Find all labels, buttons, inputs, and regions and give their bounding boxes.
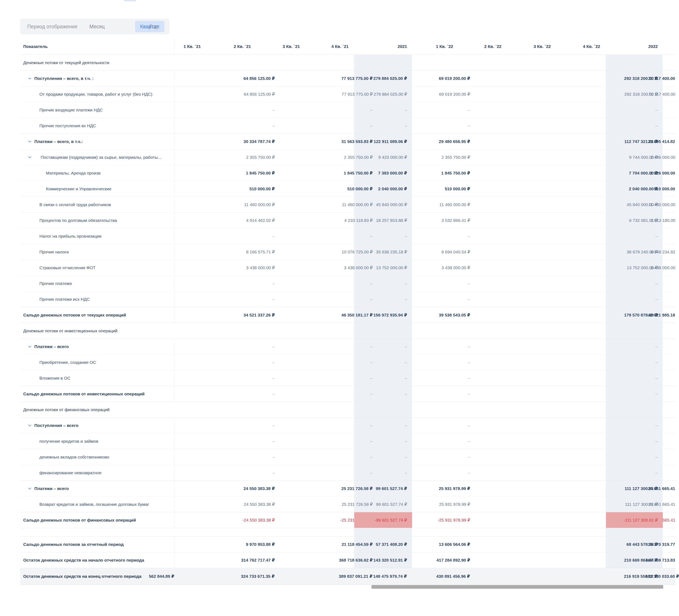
value-cell: 324 733 671.35 ₽: [222, 568, 274, 585]
value-cell: –: [222, 370, 275, 386]
row-values: 575 435.67 ₽9 970 953.88 ₽21 118 454.59 …: [174, 537, 676, 552]
value-cell: 216 919 558.12 ₽: [606, 568, 662, 585]
value-cell: –: [222, 418, 275, 433]
row-label: Денежные потоки от финансовых операций: [23, 402, 109, 418]
value-cell: 24 550 383.38 ₽: [222, 496, 275, 512]
row-label: Материалы, Аренда произв: [46, 165, 100, 181]
value-cell: 11 460 000.00 ₽: [222, 197, 275, 213]
value-cell: -25 931 978.99 ₽: [418, 512, 470, 528]
chevron-down-icon[interactable]: [28, 486, 32, 491]
row-values: ––––––––––: [174, 386, 676, 402]
column-header: 3 Кв. `21: [247, 38, 300, 55]
table-row: Прочие поступления вх НДС––––––––––: [20, 118, 675, 134]
row-label-area: Поступления – всего, в т.ч. :: [20, 71, 174, 86]
row-label: Сальдо денежных потоков от текущих опера…: [23, 307, 126, 323]
value-cell: 9 423 000.00 ₽: [354, 150, 412, 165]
value-cell: 430 891 456.96 ₽: [417, 568, 470, 585]
row-label: Налог на прибыль организации: [39, 228, 101, 244]
table-row: Платежи – всего––––––––––: [20, 338, 675, 355]
value-cell: –: [222, 465, 275, 481]
row-label: получение кредитов и займов: [39, 433, 98, 449]
row-values: 460 000.00 ₽11 460 000.00 ₽11 460 000.00…: [174, 197, 676, 213]
chevron-down-icon[interactable]: [28, 139, 32, 144]
chevron-down-icon[interactable]: [28, 423, 32, 428]
tab-month[interactable]: Месяц: [87, 19, 107, 34]
row-values: ––––––––––: [174, 449, 676, 465]
row-label-area: Прочие поступления вх НДС: [20, 118, 174, 134]
value-cell: 2 355 750.00 ₽: [222, 150, 275, 165]
value-cell: –: [222, 275, 275, 291]
row-label: Денежные потоки от текущей деятельности: [23, 55, 109, 71]
value-cell: –: [222, 355, 275, 370]
table-header-row: Показатель1 Кв. `212 Кв. `213 Кв. `214 К…: [20, 38, 675, 55]
table-row: Остаток денежных средств на начало отчет…: [20, 552, 675, 568]
value-cell: –: [606, 355, 663, 370]
row-label-area: Приобретение, создание ОС: [20, 355, 174, 370]
table-row: Сальдо денежных потоков от текущих опера…: [20, 307, 675, 323]
row-label-area: Прочие платежи исх НДС: [20, 291, 174, 307]
value-cell: –: [606, 418, 663, 433]
row-label: Платежи – всего: [34, 339, 69, 355]
value-cell: 111 127 300.61 ₽: [606, 496, 663, 512]
table-row: Прочие платежи––––––––––: [20, 275, 675, 291]
table-row: Прочие налоги700 893.93 ₽8 166 575.71 ₽1…: [20, 244, 675, 260]
chevron-down-icon[interactable]: [28, 345, 32, 349]
table-row: Платежи – всего87 438.79 ₽24 550 383.38 …: [20, 481, 675, 496]
value-cell: 3 438 000.00 ₽: [222, 260, 275, 275]
table-row: От продажи продукции, товаров, работ и у…: [20, 86, 675, 102]
value-cell: 39 538 543.05 ₽: [418, 307, 470, 323]
row-label: От продажи продукции, товаров, работ и у…: [39, 86, 152, 102]
row-label-area: финансирование невозвратное: [20, 465, 174, 481]
row-label-area: Прочие налоги: [20, 244, 174, 260]
row-label: Поступления – всего, в т.ч. :: [34, 71, 94, 86]
row-values: ––––––––––: [174, 228, 676, 244]
row-label-area: Сальдо денежных потоков от текущих опера…: [20, 307, 174, 323]
value-cell: 156 972 935.94 ₽: [354, 307, 412, 323]
value-cell: 143 320 512.91 ₽: [354, 552, 412, 568]
column-header: 2021: [354, 38, 407, 55]
column-header: 3 Кв. `22: [498, 38, 551, 55]
value-cell: –: [418, 291, 470, 307]
table-row: Налог на прибыль организации––––––––––: [20, 228, 675, 244]
value-cell: –: [354, 118, 412, 134]
value-cell: 7 383 000.00 ₽: [354, 165, 412, 181]
value-cell: –: [354, 386, 412, 402]
value-cell: –: [354, 339, 412, 355]
value-cell: 11 460 000.00 ₽: [418, 197, 470, 213]
value-cell: 57 371 408.20 ₽: [354, 537, 412, 552]
row-label-area: получение кредитов и займов: [20, 433, 174, 449]
row-label-area: Платежи – всего: [20, 339, 174, 355]
value-cell: –: [418, 339, 470, 355]
value-cell: –: [222, 291, 275, 307]
row-values: 577 406.62 ₽4 914 462.02 ₽4 233 118.83 ₽…: [174, 213, 676, 228]
value-cell: 3 532 866.41 ₽: [418, 213, 470, 228]
table-row: Сальдо денежных потоков от финансовых оп…: [20, 512, 675, 528]
row-values: 45 750.00 ₽1 845 750.00 ₽1 845 750.00 ₽1…: [174, 165, 676, 181]
row-values: 562 844.89 ₽324 733 671.35 ₽389 837 091.…: [174, 568, 675, 585]
row-label: Денежные потоки от инвестиционных операц…: [23, 323, 118, 339]
row-label: Прочие платежи: [39, 275, 72, 291]
row-label-area: Денежные потоки от текущей деятельности: [20, 55, 174, 71]
table-row: Прочие платежи исх НДС––––––––––: [20, 291, 675, 307]
row-values: ––––––––––: [174, 465, 676, 481]
row-label: Сальдо денежных потоков от финансовых оп…: [23, 512, 136, 528]
table-row: Платежи – всего, в т.ч.:32 050.54 ₽30 33…: [20, 133, 675, 150]
row-values: ––––––––––: [174, 370, 676, 386]
column-header: 2 Кв. `22: [449, 38, 502, 55]
row-values: ––––––––––: [174, 275, 676, 291]
tab-year[interactable]: Год: [148, 19, 159, 34]
horizontal-scrollbar-thumb[interactable]: [371, 585, 663, 589]
chevron-down-icon[interactable]: [28, 155, 32, 160]
row-label-area: Сальдо денежных потоков от финансовых оп…: [20, 512, 174, 528]
value-cell: –: [418, 449, 470, 465]
row-values: ––––––––––: [174, 418, 676, 433]
chevron-down-icon[interactable]: [28, 76, 32, 81]
value-cell: 1 845 750.00 ₽: [418, 165, 470, 181]
row-label: Сальдо денежных потоков от инвестиционны…: [23, 386, 144, 402]
value-cell: –: [354, 275, 412, 291]
row-label-area: В связи с оплатой труда работников: [20, 197, 174, 213]
value-cell: –: [606, 433, 663, 449]
table-row: Поступления – всего––––––––––: [20, 417, 675, 433]
value-cell: –: [418, 418, 470, 433]
row-label: Сальдо денежных потоков за отчетный пери…: [23, 537, 124, 552]
